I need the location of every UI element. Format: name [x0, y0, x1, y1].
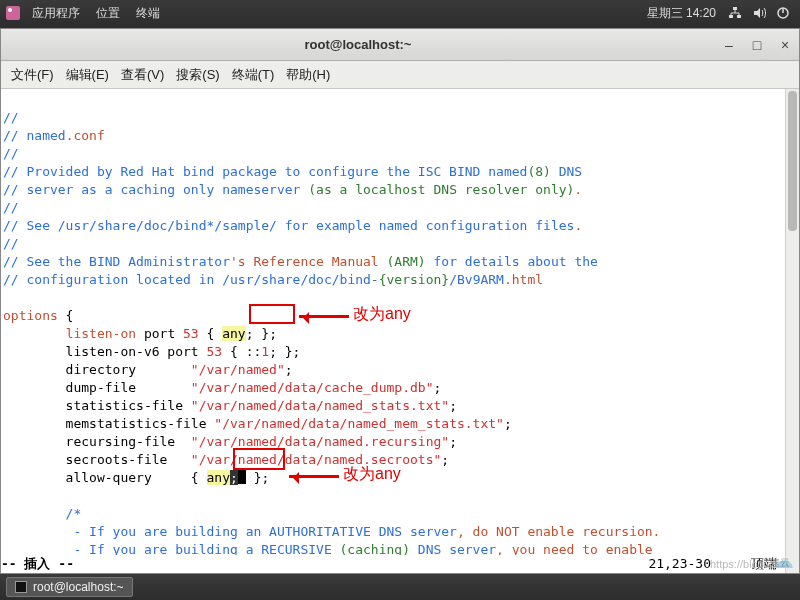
- code-frag: .conf: [66, 128, 105, 143]
- code-line: //: [3, 200, 19, 215]
- code-frag: recursing-file: [3, 434, 191, 449]
- code-frag: ;: [441, 452, 449, 467]
- code-frag: directory: [3, 362, 191, 377]
- code-line: // named: [3, 128, 66, 143]
- code-frag: "/var/named/data/named_stats.txt": [191, 398, 449, 413]
- close-button[interactable]: ×: [775, 35, 795, 55]
- code-frag: port: [136, 326, 183, 341]
- panel-menu-applications[interactable]: 应用程序: [24, 5, 88, 22]
- network-icon[interactable]: [728, 6, 742, 20]
- code-frag: ;: [246, 326, 254, 341]
- annotation-arrow-1: [299, 315, 349, 318]
- code-line: // configuration located in: [3, 272, 222, 287]
- power-icon[interactable]: [776, 6, 790, 20]
- menu-view[interactable]: 查看(V): [115, 66, 170, 84]
- code-keyword-options: options: [3, 308, 58, 323]
- menu-terminal[interactable]: 终端(T): [226, 66, 281, 84]
- code-frag: 53: [207, 344, 223, 359]
- code-frag: ;: [285, 362, 293, 377]
- menu-search[interactable]: 搜索(S): [170, 66, 225, 84]
- code-frag: 53: [183, 326, 199, 341]
- code-frag: memstatistics-file: [3, 416, 214, 431]
- code-frag: "/var/named": [191, 362, 285, 377]
- code-frag: secroots-file: [3, 452, 191, 467]
- vim-mode: -- 插入 --: [1, 555, 74, 573]
- applications-icon: [6, 6, 20, 20]
- code-frag: listen-on-v6 port: [3, 344, 207, 359]
- menu-file[interactable]: 文件(F): [5, 66, 60, 84]
- code-frag: {: [199, 326, 222, 341]
- svg-rect-1: [729, 15, 733, 18]
- annotation-label-2: 改为any: [343, 465, 401, 483]
- code-frag: };: [254, 326, 277, 341]
- panel-tray: [724, 6, 794, 20]
- code-frag: /*: [3, 506, 81, 521]
- scrollbar-thumb[interactable]: [788, 91, 797, 231]
- code-frag: "/var/named/data/cache_dump.db": [191, 380, 434, 395]
- code-frag: (ARM): [387, 254, 426, 269]
- code-frag: ;: [449, 434, 457, 449]
- terminal-icon: [15, 581, 27, 593]
- code-line: // See: [3, 218, 58, 233]
- vim-scroll-pct: 顶端: [751, 555, 785, 573]
- svg-rect-2: [737, 15, 741, 18]
- code-line: //: [3, 146, 19, 161]
- minimize-button[interactable]: –: [719, 35, 739, 55]
- code-frag: "/var/named/data/named_mem_stats.txt": [214, 416, 504, 431]
- code-frag: ;: [504, 416, 512, 431]
- code-frag: ; };: [269, 344, 300, 359]
- taskbar-item-terminal[interactable]: root@localhost:~: [6, 577, 133, 597]
- code-frag: ;: [230, 470, 238, 485]
- code-frag: {: [58, 308, 74, 323]
- vim-cursor-pos: 21,23-30: [648, 555, 751, 573]
- code-frag: 's Reference Manual: [230, 254, 387, 269]
- code-frag: for details about the: [426, 254, 598, 269]
- code-frag: {version}: [379, 272, 449, 287]
- code-frag: { ::: [222, 344, 261, 359]
- text-cursor: [238, 470, 246, 484]
- code-line: // server as a caching only nameserver: [3, 182, 308, 197]
- code-frag: DNS: [551, 164, 582, 179]
- window-title: root@localhost:~: [1, 37, 715, 52]
- code-frag: for example named configuration files: [277, 218, 574, 233]
- panel-menu-terminal[interactable]: 终端: [128, 5, 168, 22]
- menubar: 文件(F) 编辑(E) 查看(V) 搜索(S) 终端(T) 帮助(H): [1, 61, 799, 89]
- code-frag: "/var/named/data/named.secroots": [191, 452, 441, 467]
- code-frag: (8): [527, 164, 550, 179]
- code-frag: 1: [261, 344, 269, 359]
- code-frag: - If you are building an AUTHORITATIVE D…: [3, 524, 457, 539]
- gnome-top-panel: 应用程序 位置 终端 星期三 14:20: [0, 0, 800, 26]
- vim-statusline: -- 插入 -- 21,23-30 顶端: [1, 555, 785, 573]
- annotation-arrow-2: [289, 475, 339, 478]
- code-frag: (as a localhost DNS resolver only): [308, 182, 574, 197]
- panel-clock[interactable]: 星期三 14:20: [639, 5, 724, 22]
- code-frag: /usr/share/doc/bind*/sample/: [58, 218, 277, 233]
- code-any1: any: [222, 326, 245, 341]
- annotation-box-1: [249, 304, 295, 324]
- code-frag: ;: [433, 380, 441, 395]
- annotation-label-1: 改为any: [353, 305, 411, 323]
- code-frag: .html: [504, 272, 543, 287]
- code-frag: .: [574, 218, 582, 233]
- menu-help[interactable]: 帮助(H): [280, 66, 336, 84]
- gnome-taskbar: root@localhost:~: [0, 574, 800, 600]
- volume-icon[interactable]: [752, 6, 766, 20]
- menu-edit[interactable]: 编辑(E): [60, 66, 115, 84]
- code-frag: listen-on: [66, 326, 136, 341]
- code-frag: };: [246, 470, 269, 485]
- code-line: //: [3, 236, 19, 251]
- code-line: // Provided by Red Hat bind package to c…: [3, 164, 527, 179]
- panel-menu-places[interactable]: 位置: [88, 5, 128, 22]
- code-frag: "/var/named/data/named.recursing": [191, 434, 449, 449]
- terminal-scrollbar[interactable]: [785, 89, 799, 573]
- window-titlebar[interactable]: root@localhost:~ – □ ×: [1, 29, 799, 61]
- taskbar-item-label: root@localhost:~: [33, 580, 124, 594]
- code-frag: statistics-file: [3, 398, 191, 413]
- svg-rect-0: [733, 7, 737, 10]
- terminal-content[interactable]: // // named.conf // // Provided by Red H…: [1, 89, 799, 573]
- code-frag: allow-query {: [3, 470, 207, 485]
- code-frag: , do NOT enable recursion.: [457, 524, 661, 539]
- maximize-button[interactable]: □: [747, 35, 767, 55]
- code-line: // See the BIND Administrator: [3, 254, 230, 269]
- code-any2: any: [207, 470, 230, 485]
